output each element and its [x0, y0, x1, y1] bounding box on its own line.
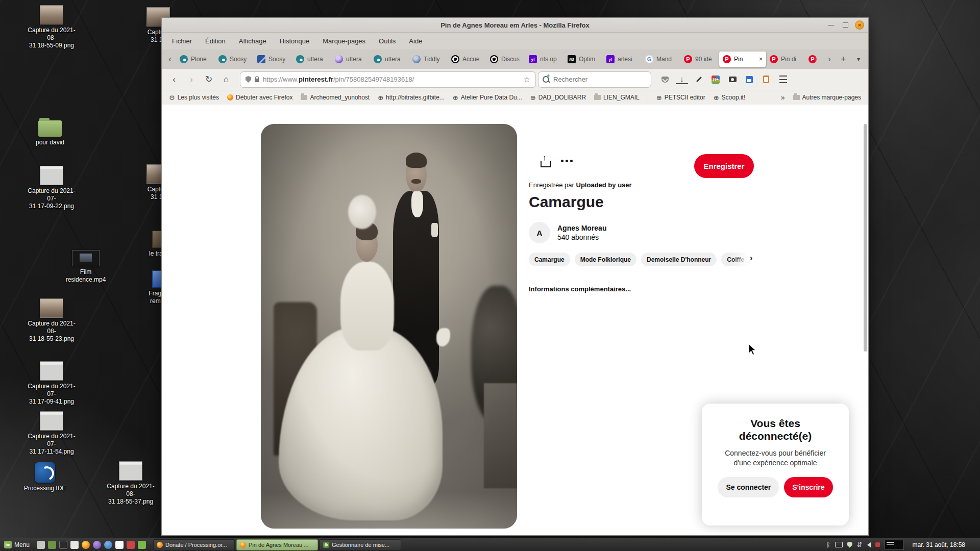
scroll-tabs-right-icon[interactable]: › [823, 52, 836, 66]
share-button[interactable] [537, 156, 554, 173]
bookmark-bitrates[interactable]: http://bitrates.gifbite... [378, 94, 445, 102]
update-shield-icon[interactable] [847, 542, 852, 548]
search-input[interactable] [552, 75, 631, 84]
firefox-launcher-icon[interactable] [82, 541, 90, 549]
window-preview-thumbnail[interactable] [885, 540, 904, 550]
bookmark-petscii-editor[interactable]: PETSCII editor [656, 94, 705, 102]
bookmark-atelier-puredata[interactable]: Atelier Pure Data Du... [453, 94, 522, 102]
tab-nts[interactable]: nts op [525, 52, 564, 67]
menu-fichier[interactable]: Fichier [172, 37, 192, 45]
menu-edition[interactable]: Édition [205, 37, 226, 45]
tracking-protection-shield-icon[interactable] [246, 76, 251, 83]
desktop-icon-capture-1855-09[interactable]: Capture du 2021-08- 31 18-55-09.png [27, 5, 76, 49]
menu-icon[interactable] [777, 73, 789, 86]
menu-historique[interactable]: Historique [280, 37, 310, 45]
tab-plone[interactable]: Plone [176, 52, 215, 67]
terminal-launcher-icon[interactable] [59, 541, 67, 549]
tab-utterances-3[interactable]: uttera [370, 52, 409, 67]
red-app-launcher-icon[interactable] [127, 541, 135, 549]
search-bar[interactable] [538, 72, 651, 87]
bookmark-star-icon[interactable]: ☆ [524, 75, 530, 84]
tab-close-icon[interactable]: × [759, 56, 763, 63]
title-bar[interactable]: Pin de Agnes Moreau em Arles - Mozilla F… [162, 18, 868, 33]
new-tab-button[interactable]: + [836, 52, 851, 66]
reload-button[interactable]: ↻ [202, 72, 216, 87]
list-all-tabs-icon[interactable]: ▾ [851, 52, 866, 66]
pocket-icon[interactable] [659, 73, 671, 86]
bookmark-scoop-it[interactable]: Scoop.it! [714, 94, 746, 102]
highlighter-icon[interactable] [693, 73, 705, 86]
bookmark-debuter-firefox[interactable]: Débuter avec Firefox [227, 94, 292, 101]
bluetooth-icon[interactable]: ᛒ [826, 541, 830, 548]
tag-mode-folklorique[interactable]: Mode Folklorique [575, 253, 636, 266]
menu-button[interactable]: lm Menu [0, 538, 34, 551]
signup-button[interactable]: S'inscrire [784, 477, 832, 497]
purple-app-launcher-icon[interactable] [93, 541, 101, 549]
tab-utterances-2[interactable]: uttera [331, 52, 370, 67]
scrollbar-thumb[interactable] [864, 124, 867, 352]
desktop-icon-film-residence[interactable]: Film residence.mp4 [61, 250, 110, 284]
network-icon[interactable]: ⇵ [857, 541, 863, 548]
desktop-icon-capture-1711-54[interactable]: Capture du 2021-07- 31 17-11-54.png [27, 411, 76, 456]
editor-launcher-icon[interactable] [70, 541, 79, 549]
blue-app-launcher-icon[interactable] [104, 541, 112, 549]
more-options-button[interactable] [561, 160, 573, 162]
save-page-icon[interactable] [743, 73, 755, 86]
tab-pin-3[interactable] [805, 52, 823, 67]
tab-tiddly[interactable]: Tiddly [409, 52, 448, 67]
home-button[interactable]: ⌂ [219, 72, 233, 87]
save-pin-button[interactable]: Enregistrer [694, 154, 754, 178]
desktop-icon-pour-david[interactable]: pour david [26, 120, 75, 146]
task-gestionnaire-mise-a-jour[interactable]: Gestionnaire de mise... [320, 539, 401, 550]
close-button[interactable]: × [855, 20, 864, 30]
desktop-icon-capture-1855-23[interactable]: Capture du 2021-08- 31 18-55-23.png [27, 298, 76, 343]
extension-badge-icon[interactable] [709, 73, 722, 86]
tray-app-icon[interactable] [875, 542, 880, 547]
minimize-button[interactable]: — [826, 20, 836, 30]
bookmark-lien-gmail[interactable]: LIEN_GMAIL [594, 94, 640, 101]
bookmark-archeomed[interactable]: Archeomed_yunohost [301, 94, 370, 101]
scroll-tabs-left-icon[interactable]: ‹ [164, 52, 176, 66]
tab-90-idees[interactable]: 90 idé [680, 52, 719, 67]
tab-soosy-2[interactable]: Soosy [254, 52, 292, 67]
menu-affichage[interactable]: Affichage [239, 37, 266, 45]
green-app-launcher-icon[interactable] [138, 541, 146, 549]
forward-button[interactable]: › [184, 72, 199, 87]
menu-aide[interactable]: Aide [409, 37, 422, 45]
clipboard-icon[interactable] [760, 73, 772, 86]
tab-mandala[interactable]: Mand [642, 52, 680, 67]
maximize-button[interactable] [841, 20, 850, 30]
files-launcher-icon[interactable] [37, 541, 45, 549]
tab-soosy-1[interactable]: Soosy [215, 52, 254, 67]
clock[interactable]: mar. 31 août, 18:58 [909, 541, 969, 548]
desktop-icon-capture-1709-22[interactable]: Capture du 2021-07- 31 17-09-22.png [27, 166, 76, 210]
folder-launcher-icon[interactable] [48, 541, 56, 549]
tab-pin-2[interactable]: Pin di [766, 52, 805, 67]
desktop-icon-capture-1709-41[interactable]: Capture du 2021-07- 31 17-09-41.png [27, 361, 76, 406]
task-donate-processing[interactable]: Donate / Processing.or... [153, 539, 235, 550]
page-scrollbar[interactable] [864, 105, 868, 535]
back-button[interactable]: ‹ [167, 72, 181, 87]
menu-outils[interactable]: Outils [379, 37, 396, 45]
avatar[interactable]: A [529, 222, 550, 243]
pin-image[interactable] [261, 124, 517, 529]
pin-author[interactable]: A Agnes Moreau 540 abonnés [529, 222, 606, 243]
media-player-launcher-icon[interactable] [115, 541, 124, 549]
display-icon[interactable] [835, 542, 843, 547]
https-lock-icon[interactable] [255, 79, 259, 82]
url-bar[interactable]: https://www.pinterest.fr/pin/75808254974… [240, 72, 535, 87]
volume-icon[interactable] [867, 542, 871, 547]
author-name[interactable]: Agnes Moreau [557, 223, 606, 233]
tab-pin-active[interactable]: Pin× [719, 52, 766, 67]
bookmark-dad-dolibarr[interactable]: DAD_DOLIBARR [530, 94, 586, 102]
tab-arlesienne[interactable]: arlesi [603, 52, 642, 67]
bookmark-les-plus-visites[interactable]: Les plus visités [169, 94, 219, 102]
login-button[interactable]: Se connecter [718, 477, 779, 497]
bookmarks-overflow-chevron[interactable]: » [781, 93, 785, 102]
other-bookmarks[interactable]: Autres marque-pages [793, 94, 861, 101]
tab-accueil[interactable]: Accue [448, 52, 486, 67]
menu-marque-pages[interactable]: Marque-pages [323, 37, 365, 45]
task-pin-agnes-moreau[interactable]: Pin de Agnes Moreau ... [236, 539, 318, 550]
tab-utterances-1[interactable]: uttera [292, 52, 331, 67]
tag-demoiselle-honneur[interactable]: Demoiselle D'honneur [641, 253, 717, 266]
